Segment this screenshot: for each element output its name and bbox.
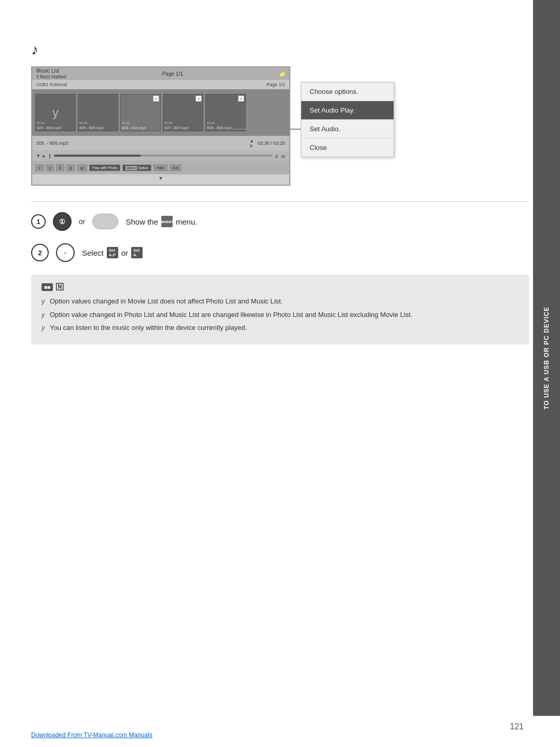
thumb-3: ✓ B06 - B06.mp4 00:00 xyxy=(120,94,161,131)
context-menu-item-close[interactable]: Close xyxy=(301,139,394,157)
thumb-letter: y xyxy=(52,105,59,120)
thumb-time-5: 00:00 xyxy=(207,121,215,125)
context-menu-item-set-audio-play[interactable]: Set Audio Play. xyxy=(301,101,394,120)
thumb-2: B05 - B05.mp4 00:00 xyxy=(78,94,118,131)
step-number-1: 1 xyxy=(31,214,46,229)
section-divider xyxy=(31,201,529,202)
step2-option2-icon: Set A. xyxy=(131,247,143,258)
tv-page-right: Page 1/1 xyxy=(267,82,285,87)
context-menu-item-set-audio[interactable]: Set Audio. xyxy=(301,120,394,139)
ctrl-hide: Hide xyxy=(153,164,167,171)
note-item-1: Option values changed in Movie List does… xyxy=(41,296,519,307)
thumb-label-5: B08 - B08.mp4 xyxy=(207,126,231,130)
tv-bottom-info: 005. - B05.mp3 ▲ly 02:30 / 03:25 xyxy=(32,136,289,150)
thumb-check-5: ✓ xyxy=(238,95,244,102)
note-n-symbol: 🄽 xyxy=(56,283,63,291)
thumb-check-4: ✓ xyxy=(195,95,202,102)
instruction-step-1: 1 ① or Show the ꜱᴍᴀʀᴛ menu. xyxy=(31,212,529,231)
ctrl-ff: yy xyxy=(77,164,87,171)
tv-screen: Music List3 file(s) Marked Page 1/1 📁 US… xyxy=(31,66,290,186)
note-header: ■■ 🄽 xyxy=(41,283,519,291)
tv-rw-icon: yy xyxy=(281,154,285,158)
tv-progress-bar: ▼ ▲ ‖ {{ yy xyxy=(32,150,289,161)
step1-show-the: Show the xyxy=(125,217,158,226)
sidebar-label: TO USE A USB OR PC DEVICE xyxy=(543,307,550,410)
step1-menu-word: menu. xyxy=(176,217,198,226)
step1-smart-icon: ꜱᴍᴀʀᴛ xyxy=(161,216,173,227)
progress-track xyxy=(54,155,272,157)
thumb-check-3: ✓ xyxy=(153,95,159,102)
ctrl-y: y xyxy=(46,164,54,171)
ctrl-play-photo: Play with Photo xyxy=(89,164,120,171)
ctrl-pause: ‖ xyxy=(56,164,64,171)
thumb-5: ✓ B08 - B08.mp4 00:00 xyxy=(205,94,246,131)
step2-text: Select Set A.P or Set A. xyxy=(82,247,143,258)
tv-music-list-label: Music List3 file(s) Marked xyxy=(36,68,66,79)
tv-arrow-down: ▼ xyxy=(32,174,289,182)
remote-oval-icon xyxy=(92,214,118,229)
step2-select: Select xyxy=(82,248,104,257)
page-number: 121 xyxy=(510,722,524,731)
thumb-time-3: 00:00 xyxy=(122,121,130,125)
ctrl-v: V xyxy=(35,164,44,171)
thumb-label-1: B04 - B04.mp4 xyxy=(37,126,61,130)
ctrl-option: MENU Option xyxy=(122,164,151,171)
thumb-time-2: 00:00 xyxy=(79,121,87,125)
thumb-label-3: B06 - B06.mp4 xyxy=(122,126,146,130)
tv-ff-icon: {{ xyxy=(275,154,278,158)
tv-controls: V y ‖ {{ yy Play with Photo MENU Option … xyxy=(32,161,289,174)
context-menu-item-choose[interactable]: Choose options. xyxy=(301,82,394,101)
main-content: ♪ Music List3 file(s) Marked Page 1/1 📁 … xyxy=(31,42,529,344)
ctrl-exit: Exit xyxy=(170,164,182,171)
tv-selected-indicator: ▲ly xyxy=(250,139,254,148)
section-icon: ♪ xyxy=(31,42,529,58)
thumb-label-2: B05 - B05.mp4 xyxy=(79,126,104,130)
progress-fill xyxy=(54,155,141,157)
note-section: ■■ 🄽 Option values changed in Movie List… xyxy=(31,274,529,344)
ctrl-rew: {{ xyxy=(66,164,75,171)
step2-remote-icon: ○ xyxy=(56,243,75,262)
step2-or: or xyxy=(121,248,128,257)
step-number-2: 2 xyxy=(31,244,49,261)
power-button-icon: ① xyxy=(53,212,72,231)
step2-remote-symbol: ○ xyxy=(64,250,67,256)
tv-source-label: USB1 External xyxy=(36,82,67,87)
tv-top-bar: Music List3 file(s) Marked Page 1/1 📁 xyxy=(32,67,289,80)
tv-page-indicator: Page 1/1 xyxy=(162,71,183,77)
tv-source-bar: USB1 External Page 1/1 xyxy=(32,80,289,89)
note-label-icon: ■■ xyxy=(41,283,53,291)
thumb-time-1: 00:00 xyxy=(37,121,45,125)
power-icon-symbol: ① xyxy=(59,218,65,226)
tv-volume-icon: ▼ ▲ xyxy=(36,154,46,158)
instruction-step-2: 2 ○ Select Set A.P or Set A. xyxy=(31,243,529,262)
connector-line xyxy=(231,129,303,130)
thumb-label-4: B07 - B07.mp4 xyxy=(164,126,189,130)
tv-pause-icon: ‖ xyxy=(49,154,51,158)
step2-option1-icon: Set A.P xyxy=(107,247,118,258)
footer-link[interactable]: Downloaded From TV-Manual.com Manuals xyxy=(31,731,152,739)
note-list: Option values changed in Movie List does… xyxy=(41,296,519,333)
thumb-1: y B04 - B04.mp4 00:00 xyxy=(35,94,76,131)
sidebar: TO USE A USB OR PC DEVICE xyxy=(533,0,560,716)
tv-folder-icon: 📁 xyxy=(279,71,285,77)
thumb-4: ✓ B07 - B07.mp4 00:00 xyxy=(163,94,203,131)
tv-timestamp: 02:30 / 03:25 xyxy=(258,141,285,146)
instructions: 1 ① or Show the ꜱᴍᴀʀᴛ menu. 2 ○ Select S… xyxy=(31,212,529,262)
tv-current-file: 005. - B05.mp3 xyxy=(36,141,68,146)
note-item-2: Option value changed in Photo List and M… xyxy=(41,310,519,320)
tv-screen-area: Music List3 file(s) Marked Page 1/1 📁 US… xyxy=(31,66,529,186)
thumb-time-4: 00:00 xyxy=(164,121,172,125)
note-item-3: You can listen to the music only within … xyxy=(41,323,519,333)
step1-or: or xyxy=(79,217,85,226)
context-menu: Choose options. Set Audio Play. Set Audi… xyxy=(301,82,394,157)
step1-text: Show the ꜱᴍᴀʀᴛ menu. xyxy=(125,216,197,227)
